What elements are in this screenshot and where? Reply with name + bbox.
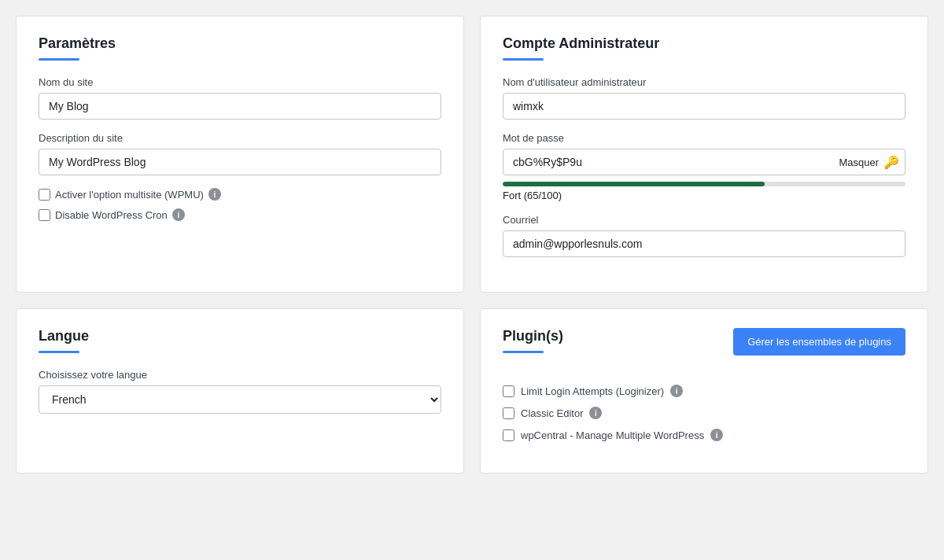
courriel-group: Courriel [503,214,905,257]
nom-site-input[interactable] [39,93,441,120]
language-group: Choisissez votre langue French English S… [39,369,441,414]
plugin-checkbox-1[interactable] [503,407,514,419]
strength-bar [503,182,905,186]
courriel-input[interactable] [503,230,905,257]
compte-card: Compte Administrateur Nom d'utilisateur … [480,16,928,293]
masquer-button[interactable]: Masquer [839,157,879,168]
cron-info-icon[interactable]: i [172,208,185,221]
multisite-row: Activer l'option multisite (WPMU) i [39,188,441,201]
username-label: Nom d'utilisateur administrateur [503,76,905,88]
strength-fill [503,182,765,186]
multisite-label: Activer l'option multisite (WPMU) [55,189,204,201]
langue-card: Langue Choisissez votre langue French En… [16,308,464,473]
plugins-card: Plugin(s) Gérer les ensembles de plugins… [480,308,928,473]
language-label: Choisissez votre langue [39,369,441,381]
plugin-name-2: wpCentral - Manage Multiple WordPress [521,429,704,441]
langue-title: Langue [39,328,441,344]
plugin-checkbox-2[interactable] [503,429,514,441]
plugins-title-area: Plugin(s) [503,328,563,369]
plugin-checkbox-0[interactable] [503,385,514,397]
username-input[interactable] [503,93,905,120]
username-group: Nom d'utilisateur administrateur [503,76,905,120]
password-wrapper: Masquer 🔑 [503,149,905,175]
nom-site-group: Nom du site [39,76,441,120]
cron-label: Disable WordPress Cron [55,209,168,221]
plugin-info-icon-1[interactable]: i [589,407,602,419]
description-label: Description du site [39,132,441,144]
plugin-info-icon-0[interactable]: i [670,385,683,397]
multisite-info-icon[interactable]: i [208,188,221,201]
nom-site-label: Nom du site [39,76,441,88]
multisite-checkbox[interactable] [39,189,50,201]
strength-label: Fort (65/100) [503,190,905,201]
plugins-header: Plugin(s) Gérer les ensembles de plugins [503,328,905,369]
password-group: Mot de passe Masquer 🔑 Fort (65/100) [503,132,905,201]
parametres-underline [39,58,79,61]
plugin-row-0: Limit Login Attempts (Loginizer) i [503,385,905,397]
plugin-row-2: wpCentral - Manage Multiple WordPress i [503,429,905,441]
password-actions: Masquer 🔑 [839,155,899,170]
key-icon[interactable]: 🔑 [883,155,899,170]
langue-underline [39,351,79,353]
compte-underline [503,58,544,61]
compte-title: Compte Administrateur [503,35,905,52]
plugin-row-1: Classic Editor i [503,407,905,419]
plugins-underline [503,351,544,353]
manage-plugins-button[interactable]: Gérer les ensembles de plugins [733,328,905,356]
plugin-info-icon-2[interactable]: i [710,429,723,441]
parametres-card: Paramètres Nom du site Description du si… [16,16,464,293]
plugin-name-1: Classic Editor [521,407,583,419]
cron-row: Disable WordPress Cron i [39,208,441,221]
description-group: Description du site [39,132,441,175]
courriel-label: Courriel [503,214,905,226]
language-select[interactable]: French English Spanish German Italian [39,385,441,414]
description-input[interactable] [39,149,441,175]
plugins-title: Plugin(s) [503,328,563,344]
password-label: Mot de passe [503,132,905,144]
main-grid: Paramètres Nom du site Description du si… [16,16,928,473]
parametres-title: Paramètres [39,35,441,52]
cron-checkbox[interactable] [39,209,50,221]
plugin-name-0: Limit Login Attempts (Loginizer) [521,385,664,397]
